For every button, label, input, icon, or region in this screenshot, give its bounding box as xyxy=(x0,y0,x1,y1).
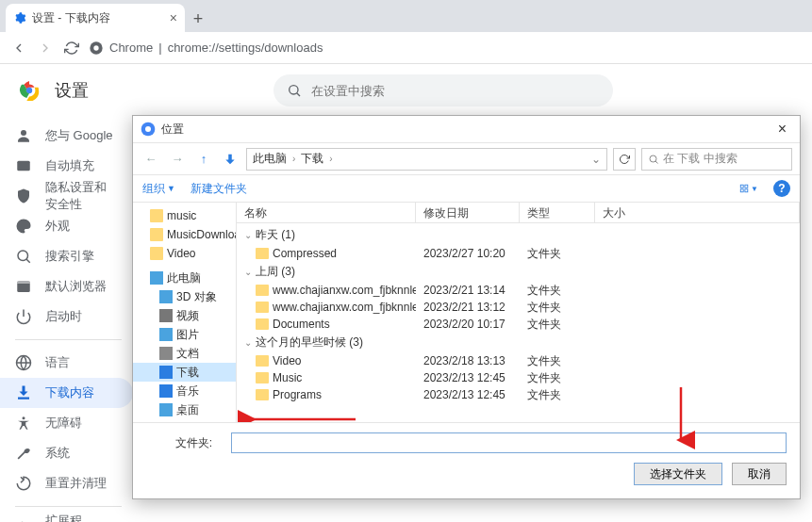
settings-search[interactable] xyxy=(273,74,613,106)
cancel-button[interactable]: 取消 xyxy=(732,463,787,485)
select-folder-button[interactable]: 选择文件夹 xyxy=(634,463,722,485)
forward-button[interactable] xyxy=(36,39,55,57)
refresh-button[interactable] xyxy=(613,148,636,171)
dialog-search[interactable]: 在 下载 中搜索 xyxy=(641,148,792,171)
folder-icon xyxy=(256,302,269,313)
sidebar-item-ext[interactable]: 扩展程序 xyxy=(0,514,133,522)
settings-search-input[interactable] xyxy=(311,84,600,98)
tree-item[interactable]: 音乐 xyxy=(133,382,236,400)
tree-item[interactable]: Video xyxy=(133,244,236,263)
list-row[interactable]: Documents2023/2/20 10:17文件夹 xyxy=(237,316,800,333)
sidebar-item-downloads[interactable]: 下载内容 xyxy=(0,378,133,408)
crumb-pc[interactable]: 此电脑 xyxy=(253,151,287,167)
sidebar-item-a11y[interactable]: 无障碍 xyxy=(0,408,133,438)
dialog-close-button[interactable]: × xyxy=(772,121,792,138)
organize-menu[interactable]: 组织 ▼ xyxy=(142,181,175,197)
reload-button[interactable] xyxy=(62,39,81,57)
chevron-down-icon: ⌄ xyxy=(244,230,252,240)
chevron-right-icon: › xyxy=(329,154,332,164)
list-body[interactable]: ⌄昨天 (1)Compressed2023/2/27 10:20文件夹⌄上周 (… xyxy=(237,223,800,422)
sidebar-item-system[interactable]: 系统 xyxy=(0,438,133,468)
sidebar-item-privacy[interactable]: 隐私设置和安全性 xyxy=(0,181,133,211)
search-icon xyxy=(648,154,659,165)
breadcrumb-bar[interactable]: 此电脑 › 下载 › ⌄ xyxy=(246,148,607,171)
svg-rect-18 xyxy=(745,185,748,188)
nav-forward-button[interactable]: → xyxy=(167,149,188,170)
col-size[interactable]: 大小 xyxy=(595,203,800,222)
svg-point-11 xyxy=(23,416,25,419)
tree-item[interactable]: 此电脑 xyxy=(133,269,236,287)
sidebar-label: 默认浏览器 xyxy=(45,278,107,295)
chrome-icon xyxy=(89,41,104,56)
col-date[interactable]: 修改日期 xyxy=(416,203,520,222)
sidebar-label: 重置并清理 xyxy=(45,475,107,492)
group-header[interactable]: ⌄昨天 (1) xyxy=(237,225,800,245)
list-row[interactable]: Music2023/2/13 12:45文件夹 xyxy=(237,369,800,386)
folder-tree[interactable]: musicMusicDownloaVideo此电脑3D 对象视频图片文档下载音乐… xyxy=(133,203,237,422)
sidebar-item-reset[interactable]: 重置并清理 xyxy=(0,468,133,498)
tree-item[interactable]: music xyxy=(133,206,236,225)
sidebar-label: 语言 xyxy=(45,354,70,371)
tab-close-icon[interactable]: × xyxy=(170,10,177,25)
gear-icon xyxy=(13,11,26,24)
sidebar-item-autofill[interactable]: 自动填充 xyxy=(0,151,133,181)
url-display[interactable]: Chrome | chrome://settings/downloads xyxy=(89,41,803,56)
list-row[interactable]: Video2023/2/18 13:13文件夹 xyxy=(237,352,800,369)
address-bar: Chrome | chrome://settings/downloads xyxy=(0,32,812,64)
sidebar-item-appearance[interactable]: 外观 xyxy=(0,211,133,241)
dialog-buttons: 选择文件夹 取消 xyxy=(133,463,800,498)
back-button[interactable] xyxy=(9,39,28,57)
new-folder-button[interactable]: 新建文件夹 xyxy=(191,181,247,197)
tab-title: 设置 - 下载内容 xyxy=(32,10,164,26)
folder-icon xyxy=(256,355,269,367)
nav-up-button[interactable]: ↑ xyxy=(193,149,214,170)
sidebar-label: 隐私设置和安全性 xyxy=(45,179,118,213)
tree-item[interactable]: MusicDownloa xyxy=(133,225,236,244)
group-header[interactable]: ⌄这个月的早些时候 (3) xyxy=(237,333,800,352)
nav-back-button[interactable]: ← xyxy=(141,149,161,170)
tree-item[interactable]: 3D 对象 xyxy=(133,287,236,306)
list-row[interactable]: www.chajianxw.com_fjbknnledpckpbj...2023… xyxy=(237,282,800,299)
tree-item[interactable]: 下载 xyxy=(133,363,236,382)
dialog-nav: ← → ↑ 此电脑 › 下载 › ⌄ 在 下载 中搜索 xyxy=(133,142,800,174)
chevron-down-icon[interactable]: ⌄ xyxy=(591,153,601,166)
tree-item[interactable]: 图片 xyxy=(133,325,236,344)
sidebar-item-startup[interactable]: 启动时 xyxy=(0,302,133,332)
sidebar-label: 扩展程序 xyxy=(45,513,91,522)
group-header[interactable]: ⌄上周 (3) xyxy=(237,262,800,282)
new-tab-button[interactable]: + xyxy=(185,6,211,32)
list-row[interactable]: Compressed2023/2/27 10:20文件夹 xyxy=(237,245,800,262)
help-button[interactable]: ? xyxy=(773,180,790,197)
svg-rect-8 xyxy=(17,281,30,284)
svg-rect-20 xyxy=(745,189,748,192)
svg-point-4 xyxy=(21,130,26,136)
tree-item[interactable]: 本地磁盘 (C:) xyxy=(133,419,236,422)
col-name[interactable]: 名称 xyxy=(237,203,416,222)
svg-point-1 xyxy=(93,45,98,50)
page-title: 设置 xyxy=(55,79,89,102)
list-row[interactable]: Programs2023/2/13 12:45文件夹 xyxy=(237,386,800,403)
folder-name-input[interactable] xyxy=(231,432,787,453)
sidebar-label: 下载内容 xyxy=(45,384,94,401)
sidebar-item-default-browser[interactable]: 默认浏览器 xyxy=(0,271,133,302)
sidebar-item-lang[interactable]: 语言 xyxy=(0,348,133,378)
sidebar-label: 系统 xyxy=(45,445,70,462)
view-options-button[interactable]: ▼ xyxy=(739,179,758,198)
svg-rect-19 xyxy=(740,189,743,192)
sidebar-item-you-google[interactable]: 您与 Google xyxy=(0,121,133,151)
tree-item[interactable]: 文档 xyxy=(133,344,236,363)
list-header: 名称 修改日期 类型 大小 xyxy=(237,203,800,223)
sidebar-item-search[interactable]: 搜索引擎 xyxy=(0,241,133,271)
chrome-icon xyxy=(141,122,156,137)
dialog-toolbar: 组织 ▼ 新建文件夹 ▼ ? xyxy=(133,174,800,203)
browser-tab[interactable]: 设置 - 下载内容 × xyxy=(6,4,185,32)
sidebar-label: 您与 Google xyxy=(45,127,113,144)
list-row[interactable]: www.chajianxw.com_fjbknnledpckpbj...2023… xyxy=(237,299,800,316)
tree-item[interactable]: 桌面 xyxy=(133,400,236,419)
col-type[interactable]: 类型 xyxy=(520,203,595,222)
svg-rect-5 xyxy=(17,161,30,171)
folder-picker-dialog: 位置 × ← → ↑ 此电脑 › 下载 › ⌄ 在 下载 中搜索 组织 ▼ xyxy=(132,115,801,499)
crumb-downloads[interactable]: 下载 xyxy=(301,151,323,167)
nav-down-icon[interactable] xyxy=(220,149,240,170)
tree-item[interactable]: 视频 xyxy=(133,306,236,325)
